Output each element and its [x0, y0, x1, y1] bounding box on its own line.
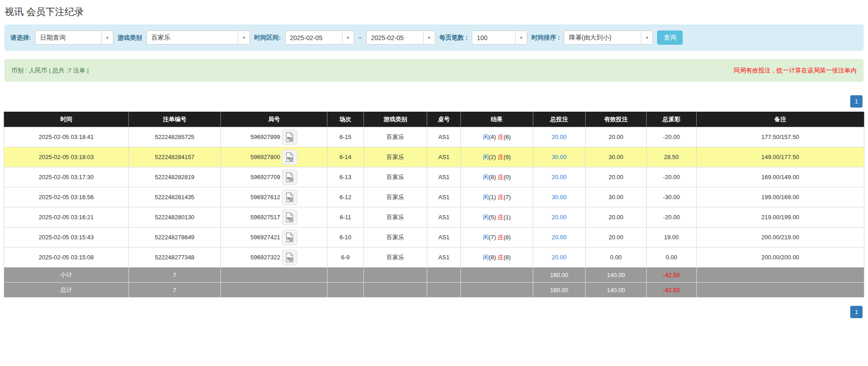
- cell-total-bet[interactable]: 20.00: [533, 227, 585, 247]
- chevron-down-icon[interactable]: ▼: [641, 31, 653, 44]
- cell-bet-id: 522248284157: [128, 147, 220, 167]
- total-bet-link[interactable]: 20.00: [552, 254, 567, 261]
- foot-empty: [363, 268, 427, 283]
- total-bet-link[interactable]: 30.00: [552, 194, 567, 201]
- cell-session: 6-11: [327, 207, 363, 227]
- total-bet-link[interactable]: 20.00: [552, 234, 567, 241]
- cell-round-id: 596927800: [221, 147, 327, 167]
- foot-count: 7: [128, 268, 220, 283]
- cell-session: 6-12: [327, 187, 363, 207]
- column-header: 桌号: [427, 112, 461, 127]
- cell-table-no: AS1: [427, 207, 461, 227]
- page-size-combobox[interactable]: ▼: [472, 31, 527, 45]
- cell-round-id: 596927322: [221, 247, 327, 268]
- foot-empty: [461, 268, 533, 283]
- cell-remark: 200.00/219.00: [696, 227, 864, 247]
- total-bet-link[interactable]: 20.00: [552, 214, 567, 221]
- cell-total-bet[interactable]: 20.00: [533, 207, 585, 227]
- cell-time: 2025-02-05 03:18:41: [4, 127, 129, 147]
- query-type-combobox[interactable]: ▼: [35, 31, 113, 45]
- cell-bet-id: 522248277348: [128, 247, 220, 268]
- foot-empty: [427, 268, 461, 283]
- cell-total-bet[interactable]: 20.00: [533, 247, 585, 268]
- total-bet-link[interactable]: 30.00: [552, 154, 567, 160]
- total-bet-link[interactable]: 20.00: [552, 134, 567, 140]
- cell-table-no: AS1: [427, 247, 461, 268]
- column-header: 注单编号: [128, 112, 220, 127]
- page-1-button[interactable]: 1: [850, 95, 863, 108]
- cell-session: 6-13: [327, 167, 363, 187]
- cell-bet-id: 522248280130: [128, 207, 220, 227]
- date-from-combobox[interactable]: ▼: [285, 31, 354, 45]
- foot-empty: [327, 283, 363, 298]
- column-header: 场次: [327, 112, 363, 127]
- table-row: 2025-02-05 03:18:41522248285725596927899…: [4, 127, 864, 147]
- foot-empty: [427, 283, 461, 298]
- result-banker: 庄: [498, 134, 504, 140]
- cell-total-bet[interactable]: 30.00: [533, 147, 585, 167]
- game-type-combobox[interactable]: ▼: [146, 31, 250, 45]
- cell-remark: 177.50/157.50: [696, 127, 864, 147]
- cell-valid-bet: 30.00: [585, 147, 646, 167]
- video-record-icon[interactable]: [282, 170, 297, 185]
- game-type-input[interactable]: [147, 31, 238, 44]
- cell-table-no: AS1: [427, 187, 461, 207]
- cell-valid-bet: 20.00: [585, 167, 646, 187]
- cell-table-no: AS1: [427, 227, 461, 247]
- chevron-down-icon[interactable]: ▼: [101, 31, 113, 44]
- cell-total-bet[interactable]: 20.00: [533, 127, 585, 147]
- foot-total-bet: 160.00: [533, 268, 585, 283]
- cell-result: 闲(4) 庄(6): [461, 127, 533, 147]
- page-1-button[interactable]: 1: [850, 306, 863, 318]
- currency-total-text: 币别 : 人民币 | 总共 :7 注单 |: [11, 67, 89, 75]
- search-button[interactable]: 查询: [657, 31, 683, 45]
- chevron-down-icon[interactable]: ▼: [515, 31, 527, 44]
- page: 视讯 会员下注纪录 请选择: ▼ 游戏类别 ▼ 时间区间: ▼ ~ ▼ 每页笔数…: [0, 0, 868, 366]
- cell-payout: 28.50: [647, 147, 697, 167]
- column-header: 时间: [4, 112, 129, 127]
- cell-valid-bet: 20.00: [585, 227, 646, 247]
- video-record-icon[interactable]: [282, 149, 297, 165]
- round-id-text: 596927612: [250, 194, 280, 201]
- video-record-icon[interactable]: [282, 230, 297, 245]
- column-header: 总投注: [533, 112, 585, 127]
- video-record-icon[interactable]: [282, 129, 297, 145]
- cell-game-type: 百家乐: [363, 147, 427, 167]
- cell-remark: 219.00/199.00: [696, 207, 864, 227]
- foot-empty: [327, 268, 363, 283]
- sort-combobox[interactable]: ▼: [564, 31, 653, 45]
- chevron-down-icon[interactable]: ▼: [238, 31, 250, 44]
- column-header: 局号: [221, 112, 327, 127]
- cell-bet-id: 522248281435: [128, 187, 220, 207]
- table-header-row: 时间注单编号局号场次游戏类别桌号结果总投注有效投注总派彩备注: [4, 112, 864, 127]
- query-type-input[interactable]: [36, 31, 101, 44]
- video-record-icon[interactable]: [282, 210, 297, 225]
- cell-round-id: 596927612: [221, 187, 327, 207]
- pagination-top: 1: [0, 95, 868, 108]
- game-type-label: 游戏类别: [117, 34, 142, 42]
- cell-valid-bet: 30.00: [585, 187, 646, 207]
- total-bet-link[interactable]: 20.00: [552, 174, 567, 180]
- table-row: 2025-02-05 03:15:08522248277348596927322…: [4, 247, 864, 268]
- result-player: 闲: [483, 254, 489, 261]
- sort-input[interactable]: [564, 31, 641, 44]
- cell-time: 2025-02-05 03:18:03: [4, 147, 129, 167]
- result-banker: 庄: [498, 194, 504, 201]
- round-id-text: 596927709: [250, 174, 280, 180]
- cell-total-bet[interactable]: 20.00: [533, 167, 585, 187]
- chevron-down-icon[interactable]: ▼: [423, 31, 435, 44]
- cell-time: 2025-02-05 03:16:21: [4, 207, 129, 227]
- date-to-combobox[interactable]: ▼: [366, 31, 435, 45]
- cell-total-bet[interactable]: 30.00: [533, 187, 585, 207]
- date-to-input[interactable]: [367, 31, 423, 44]
- cell-table-no: AS1: [427, 127, 461, 147]
- chevron-down-icon[interactable]: ▼: [342, 31, 354, 44]
- page-size-input[interactable]: [472, 31, 515, 44]
- pagination-bottom: 1: [0, 306, 868, 318]
- date-from-input[interactable]: [286, 31, 342, 44]
- cell-round-id: 596927709: [221, 167, 327, 187]
- cell-bet-id: 522248285725: [128, 127, 220, 147]
- foot-label: 总计: [4, 283, 129, 298]
- video-record-icon[interactable]: [282, 250, 297, 265]
- video-record-icon[interactable]: [282, 190, 297, 205]
